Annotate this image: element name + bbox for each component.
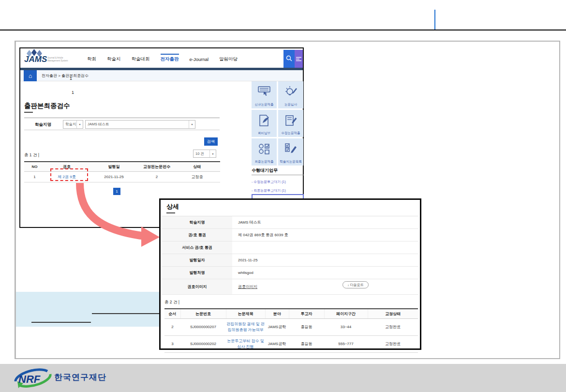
jams-logo-word: JAMS: [24, 55, 47, 64]
redaction-underline-1: [92, 313, 160, 314]
search-submit-button[interactable]: 검색: [204, 137, 218, 146]
articles-table: 순서 논문번호 논문제목 분야 투고자 페이지구간 교정상태 2 SJ00000…: [164, 308, 418, 353]
field-row-journal: 학술지명 JAMS 테스트: [162, 216, 418, 229]
col-field: 분야: [265, 309, 289, 319]
home-icon: ⌂: [29, 73, 32, 79]
footer-org-name: 한국연구재단: [54, 372, 106, 383]
col-article-title: 논문제목: [226, 309, 265, 319]
pagination-page-1[interactable]: 1: [113, 188, 120, 195]
nav-item-society[interactable]: 학회: [87, 54, 96, 62]
chevron-down-icon: ▼: [189, 121, 195, 128]
quick-menu-revised-submission[interactable]: 수정논문제출: [278, 110, 303, 137]
quick-menu-fee[interactable]: 회비납부: [252, 110, 277, 137]
chevron-down-icon: ▼: [209, 150, 216, 157]
fee-document-icon: [257, 110, 271, 131]
pending-item-revised[interactable]: - 수정논문투고대기 (1): [252, 180, 286, 184]
col-page-range: 페이지구간: [324, 309, 368, 319]
page-size-select[interactable]: 10 건 ▼: [193, 150, 216, 158]
field-row-service-volume: 서비스 권/호 통권: [162, 241, 418, 254]
main-nav: 학회 학술지 학술대회 전자출판 e-Journal 알림마당: [87, 48, 238, 68]
article-title-link[interactable]: 편집위원장 결재 및 편집위원총평 가능여부: [226, 322, 265, 332]
article-title-link[interactable]: 논문투고부터 접수 및 심사 진행: [227, 339, 264, 349]
quick-menu-article-list[interactable]: 학술지논문목록: [278, 138, 303, 166]
nav-item-notice[interactable]: 알림마당: [219, 54, 238, 62]
search-button-header[interactable]: [283, 50, 295, 68]
article-row: 3 SJ0000000202 논문투고부터 접수 및 심사 진행 JAMS공학 …: [164, 336, 418, 353]
col-pubdate: 발행일: [89, 162, 139, 172]
field-row-cover-image: 권호이미지 권호이미지 ↓ 다운로드: [162, 279, 418, 295]
search-icon: [286, 55, 292, 63]
journal-type-select[interactable]: 학술지 ▼: [63, 120, 83, 129]
col-no: NO: [24, 162, 45, 172]
nav-item-ejournal[interactable]: e-Journal: [190, 54, 209, 62]
edit-document-icon: [284, 110, 298, 131]
pending-tasks-title: 수행대기업무: [252, 167, 278, 174]
articles-count: 총 2 건 |: [164, 300, 179, 305]
keyboard-submit-icon: [257, 81, 271, 103]
footer-bar: NRF 한국연구재단: [0, 364, 566, 392]
issue-corrected-count: 2: [139, 172, 174, 182]
svg-text:NRF: NRF: [18, 373, 41, 385]
quick-menu-review[interactable]: 논문심사: [278, 81, 303, 108]
issue-pubdate: 2021-11-25: [89, 172, 139, 182]
cover-image-link[interactable]: 권호이미지: [238, 285, 257, 289]
issue-no: 1: [24, 172, 45, 182]
page-title: 출판본최종검수: [24, 102, 70, 110]
detail-popup: 상세 학술지명 JAMS 테스트 권/호 통권 제 042권 869호 통권 6…: [159, 198, 421, 350]
result-count: 총 1 건 |: [24, 152, 39, 158]
annotation-marker-1: 1: [70, 76, 72, 81]
nav-item-journal[interactable]: 학술지: [107, 54, 121, 62]
annotation-marker-2: 1: [72, 90, 74, 95]
pending-tasks-rule: [252, 175, 304, 175]
hamburger-icon: [296, 55, 301, 63]
pending-item-final[interactable]: - 최종논문투고대기 (1): [252, 188, 286, 193]
redaction-underline-2: [31, 322, 91, 323]
field-row-publisher: 발행처명 whtlsgod: [162, 267, 418, 279]
jams-header: JAMS Journal & Article Management System…: [20, 48, 303, 68]
highlight-dashed-box: [50, 168, 88, 181]
field-row-pubdate: 발행일자 2021-11-25: [162, 254, 418, 267]
breadcrumb-bar: ⌂ 전자출판 > 출판본최종검수: [20, 70, 303, 81]
final-submit-icon: [257, 138, 271, 160]
bulb-review-icon: [284, 81, 298, 103]
top-table-divider-line: [434, 10, 435, 30]
hamburger-menu-button[interactable]: [295, 50, 303, 68]
jams-logo-subtitle: Journal & Article Management System: [47, 57, 68, 62]
chevron-down-icon: ▼: [76, 121, 83, 128]
download-button[interactable]: ↓ 다운로드: [343, 281, 369, 288]
article-row: 2 SJ0000000207 편집위원장 결재 및 편집위원총평 가능여부 JA…: [164, 319, 418, 336]
field-row-volume: 권/호 통권 제 042권 869호 통권 6039 호: [162, 229, 418, 241]
search-form: 학술지명 학술지 ▼ JAMS 테스트 ▼: [24, 118, 220, 130]
quick-menu: 신규논문제출 논문심사 회비납부 수정논문제출: [252, 81, 303, 166]
top-horizontal-rule: [0, 30, 566, 30]
col-order: 순서: [164, 309, 180, 319]
popup-title: 상세: [166, 202, 179, 211]
manual-page: JAMS Journal & Article Management System…: [0, 0, 566, 392]
nrf-logo: NRF: [13, 367, 53, 391]
issue-status: 교정중: [174, 172, 220, 182]
col-submitter: 투고자: [289, 309, 324, 319]
quick-menu-new-submission[interactable]: 신규논문제출: [252, 81, 277, 108]
quick-menu-final-submission[interactable]: 최종논문제출: [252, 138, 277, 166]
journal-name-label: 학술지명: [35, 122, 51, 128]
nav-item-conference[interactable]: 학술대회: [132, 54, 150, 62]
col-correction-status: 교정상태: [368, 309, 418, 319]
nav-item-epublish[interactable]: 전자출판: [161, 54, 179, 62]
home-button[interactable]: ⌂: [24, 70, 37, 81]
page-title-underline: [24, 112, 33, 113]
detail-fields-table: 학술지명 JAMS 테스트 권/호 통권 제 042권 869호 통권 6039…: [162, 216, 418, 295]
col-status: 상태: [174, 162, 220, 172]
popup-title-underline: [166, 212, 175, 213]
col-corrected-count: 교정된논문편수: [139, 162, 174, 172]
breadcrumb: 전자출판 > 출판본최종검수: [42, 73, 89, 78]
redacted-note-block: [16, 292, 160, 327]
journal-name-select[interactable]: JAMS 테스트 ▼: [85, 120, 195, 129]
articles-header: 순서 논문번호 논문제목 분야 투고자 페이지구간 교정상태: [164, 309, 418, 319]
jams-logo[interactable]: JAMS Journal & Article Management System: [24, 50, 82, 67]
article-list-icon: [284, 138, 298, 160]
col-article-no: 논문번호: [180, 309, 226, 319]
